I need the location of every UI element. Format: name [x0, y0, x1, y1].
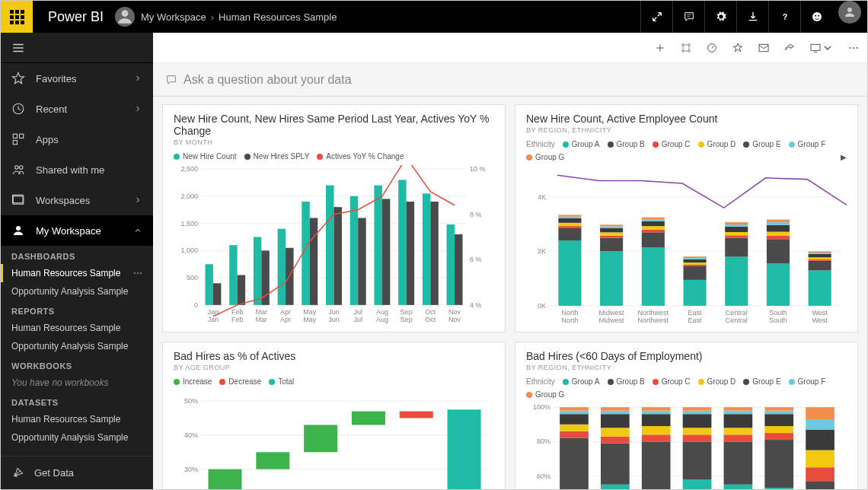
- svg-rect-200: [683, 411, 712, 415]
- tile-subtitle: BY AGE GROUP: [174, 364, 494, 371]
- app-launcher-button[interactable]: [1, 1, 33, 33]
- svg-point-19: [682, 49, 685, 52]
- svg-rect-183: [601, 437, 630, 444]
- svg-rect-196: [683, 441, 712, 479]
- nav-toggle-button[interactable]: [1, 33, 153, 63]
- brand-label: Power BI: [48, 9, 104, 25]
- svg-rect-185: [601, 414, 630, 428]
- dashboard-item-opp[interactable]: Opportunity Analysis Sample: [1, 282, 153, 301]
- svg-rect-215: [764, 407, 793, 411]
- svg-rect-151: [809, 254, 831, 257]
- svg-rect-93: [558, 240, 581, 306]
- subscribe-button[interactable]: [758, 42, 770, 54]
- svg-text:2,000: 2,000: [181, 192, 199, 200]
- svg-text:Central: Central: [726, 317, 748, 324]
- svg-rect-167: [448, 409, 481, 489]
- share-button[interactable]: [783, 42, 796, 54]
- svg-rect-68: [358, 218, 365, 304]
- chart-legend: IncreaseDecreaseTotal: [174, 377, 494, 386]
- svg-text:2K: 2K: [538, 247, 546, 255]
- svg-rect-177: [560, 425, 589, 431]
- more-button[interactable]: [847, 42, 860, 54]
- tile-bad-hires-region[interactable]: Bad Hires (<60 Days of Employment) BY RE…: [515, 342, 858, 489]
- related-button[interactable]: [680, 42, 692, 54]
- chevron-right-icon: [133, 196, 142, 205]
- tile-hire-month[interactable]: New Hire Count, New Hires Same Period La…: [162, 104, 506, 332]
- fullscreen-button[interactable]: [640, 1, 672, 33]
- svg-text:May: May: [303, 308, 316, 316]
- download-button[interactable]: [736, 1, 768, 33]
- svg-text:4K: 4K: [538, 193, 546, 201]
- svg-rect-149: [809, 259, 831, 261]
- svg-text:60%: 60%: [537, 472, 550, 479]
- nav-favorites[interactable]: Favorites: [1, 63, 153, 94]
- tile-title: Bad Hires as % of Actives: [174, 350, 494, 362]
- more-icon[interactable]: ⋯: [133, 268, 142, 278]
- chart-legend: EthnicityGroup AGroup BGroup CGroup DGro…: [526, 377, 847, 399]
- get-data-button[interactable]: Get Data: [1, 456, 153, 489]
- user-avatar-button[interactable]: [838, 1, 861, 24]
- svg-rect-218: [806, 467, 834, 481]
- svg-rect-222: [806, 407, 834, 419]
- settings-button[interactable]: [704, 1, 736, 33]
- nav-shared[interactable]: Shared with me: [1, 154, 153, 185]
- svg-rect-79: [423, 193, 430, 305]
- smiley-button[interactable]: [800, 1, 832, 33]
- tile-title: Bad Hires (<60 Days of Employment): [526, 350, 847, 362]
- svg-rect-23: [811, 44, 820, 50]
- svg-text:2,500: 2,500: [181, 165, 199, 173]
- nav-my-workspace[interactable]: My Workspace: [1, 215, 153, 246]
- svg-rect-99: [558, 215, 581, 216]
- svg-rect-199: [683, 414, 712, 428]
- svg-rect-210: [764, 440, 793, 488]
- svg-rect-203: [724, 441, 753, 484]
- add-tile-button[interactable]: [654, 42, 666, 54]
- svg-rect-147: [809, 270, 831, 305]
- breadcrumb-item[interactable]: Human Resources Sample: [219, 11, 337, 23]
- tile-hire-region[interactable]: New Hire Count, Active Employee Count BY…: [515, 104, 858, 332]
- svg-text:Jun: Jun: [328, 308, 340, 316]
- svg-rect-166: [400, 412, 433, 418]
- svg-rect-190: [642, 434, 671, 441]
- report-item-opp[interactable]: Opportunity Analysis Sample: [1, 337, 153, 355]
- report-item-hr[interactable]: Human Resources Sample: [1, 319, 153, 337]
- svg-text:West: West: [812, 309, 828, 317]
- svg-rect-165: [352, 412, 385, 425]
- svg-text:1,000: 1,000: [181, 247, 199, 254]
- performance-button[interactable]: [706, 42, 718, 54]
- section-workbooks: WORKBOOKS: [1, 355, 153, 374]
- svg-rect-22: [759, 44, 768, 51]
- svg-rect-123: [683, 262, 706, 265]
- dataset-item-hr[interactable]: Human Resources Sample: [1, 410, 153, 428]
- svg-rect-83: [447, 224, 455, 305]
- svg-rect-112: [642, 232, 665, 247]
- svg-rect-143: [767, 222, 790, 225]
- svg-rect-150: [809, 257, 831, 259]
- svg-text:May: May: [303, 316, 316, 323]
- svg-rect-133: [725, 227, 748, 232]
- svg-text:Central: Central: [726, 309, 748, 317]
- tile-subtitle: BY MONTH: [174, 138, 494, 146]
- webview-button[interactable]: [809, 42, 834, 54]
- svg-rect-95: [558, 226, 581, 228]
- qna-placeholder: Ask a question about your data: [183, 73, 352, 87]
- svg-point-0: [122, 10, 129, 17]
- dataset-item-opp[interactable]: Opportunity Analysis Sample: [1, 428, 153, 447]
- favorite-button[interactable]: [732, 42, 744, 54]
- help-button[interactable]: ?: [768, 1, 800, 33]
- nav-workspaces[interactable]: Workspaces: [1, 185, 153, 215]
- feedback-button[interactable]: [672, 1, 704, 33]
- svg-rect-214: [764, 411, 793, 415]
- svg-text:?: ?: [782, 12, 787, 21]
- breadcrumb-workspace[interactable]: My Workspace: [141, 11, 206, 23]
- tile-bad-hires-age[interactable]: Bad Hires as % of Actives BY AGE GROUP I…: [162, 342, 506, 489]
- dashboard-item-hr[interactable]: Human Resources Sample⋯: [1, 264, 153, 282]
- svg-text:100%: 100%: [533, 403, 550, 411]
- svg-rect-191: [642, 426, 671, 434]
- qna-input[interactable]: Ask a question about your data: [153, 63, 867, 97]
- svg-text:50%: 50%: [184, 397, 198, 405]
- nav-recent[interactable]: Recent: [1, 94, 153, 124]
- nav-apps[interactable]: Apps: [1, 124, 153, 154]
- svg-text:Sep: Sep: [400, 308, 413, 316]
- svg-text:Oct: Oct: [425, 308, 436, 316]
